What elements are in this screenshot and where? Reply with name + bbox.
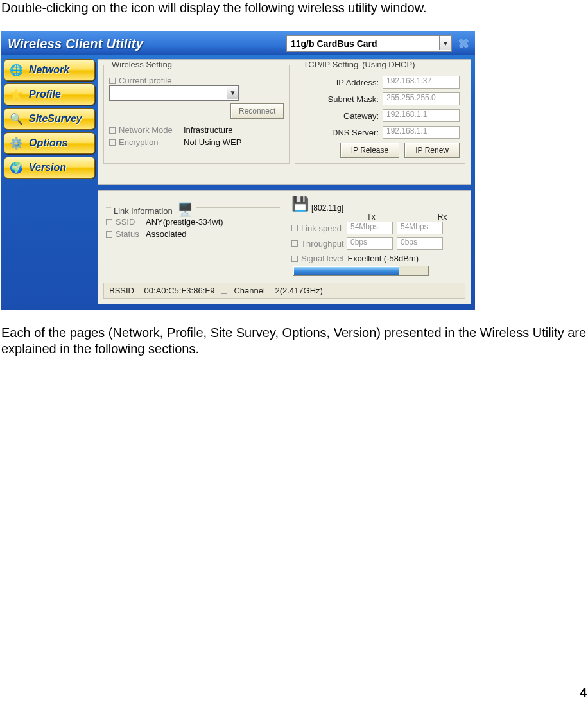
square-icon — [221, 288, 227, 294]
outro-text: Each of the pages (Network, Profile, Sit… — [1, 325, 587, 357]
network-mode-value: Infrastructure — [184, 125, 233, 135]
status-label: Status — [116, 229, 139, 239]
close-icon[interactable]: ✖ — [456, 36, 471, 51]
tx-header: Tx — [348, 213, 394, 222]
chevron-down-icon: ▼ — [227, 86, 238, 99]
encryption-label: Encryption — [119, 137, 158, 147]
sidebar-item-label: SiteSurvey — [29, 113, 82, 125]
signal-level-label: Signal level — [301, 254, 344, 263]
gear-icon: ⚙️ — [7, 134, 25, 152]
link-speed-label: Link speed — [301, 223, 342, 233]
signal-level-value: Excellent (-58dBm) — [348, 254, 419, 263]
status-bar: BSSID= 00:A0:C5:F3:86:F9 Channel= 2(2.41… — [103, 283, 465, 299]
signal-level-bar — [293, 266, 429, 276]
sidebar-item-profile[interactable]: ⭐ Profile — [4, 83, 95, 105]
throughput-rx: 0bps — [397, 237, 443, 250]
subnet-mask-label: Subnet Mask: — [328, 94, 379, 104]
current-profile-select[interactable]: ▼ — [109, 85, 239, 101]
sidebar-item-label: Profile — [29, 89, 61, 100]
sidebar-item-label: Options — [29, 137, 67, 149]
dns-server-value: 192.168.1.1 — [383, 126, 460, 139]
star-icon: ⭐ — [7, 85, 25, 103]
subnet-mask-value: 255.255.255.0 — [383, 92, 460, 105]
computer-icon: 🖥️ — [177, 202, 193, 216]
ip-renew-button[interactable]: IP Renew — [404, 143, 460, 158]
status-value: Associated — [146, 229, 187, 239]
mode-badge: [802.11g] — [311, 204, 343, 213]
page-number: 4 — [580, 686, 587, 701]
throughput-tx: 0bps — [347, 237, 393, 250]
sidebar-item-version[interactable]: 🌍 Version — [4, 157, 95, 179]
network-mode-label: Network Mode — [119, 125, 173, 135]
throughput-label: Throughput — [301, 239, 344, 249]
app-title: Wireless Client Utility — [8, 37, 143, 51]
group-legend: Link information 🖥️ — [111, 202, 196, 217]
sidebar-item-label: Network — [29, 64, 69, 76]
reconnect-button[interactable]: Reconnect — [230, 103, 284, 119]
dns-server-label: DNS Server: — [332, 128, 379, 137]
card-select-value: 11g/b CardBus Card — [291, 39, 377, 49]
tcpip-setting-group: TCP/IP Setting (Using DHCP) IP Address: … — [295, 65, 465, 164]
ip-address-label: IP Address: — [336, 78, 379, 87]
sidebar-item-sitesurvey[interactable]: 🔍 SiteSurvey — [4, 108, 95, 130]
rx-header: Rx — [419, 213, 465, 222]
bssid-label: BSSID= — [109, 286, 139, 295]
card-select[interactable]: 11g/b CardBus Card ▼ — [286, 35, 452, 52]
square-icon — [109, 78, 116, 84]
sidebar-item-options[interactable]: ⚙️ Options — [4, 132, 95, 154]
group-legend: Wireless Setting — [109, 60, 175, 69]
channel-label: Channel= — [234, 286, 270, 295]
titlebar: Wireless Client Utility 11g/b CardBus Ca… — [1, 31, 475, 55]
encryption-value: Not Using WEP — [184, 137, 241, 147]
globe-icon: 🌍 — [7, 159, 25, 177]
link-speed-rx: 54Mbps — [397, 222, 443, 234]
wireless-utility-window: Wireless Client Utility 11g/b CardBus Ca… — [1, 31, 475, 310]
globe-icon: 🌐 — [7, 61, 25, 79]
current-profile-label: Current profile — [119, 76, 171, 85]
ip-address-value: 192.168.1.37 — [383, 76, 460, 89]
gateway-value: 192.168.1.1 — [383, 109, 460, 122]
ssid-value: ANY(prestige-334wt) — [146, 217, 223, 227]
channel-value: 2(2.417GHz) — [275, 286, 322, 295]
gateway-label: Gateway: — [343, 111, 379, 121]
sidebar-item-network[interactable]: 🌐 Network — [4, 59, 95, 81]
wireless-setting-group: Wireless Setting Current profile ▼ Recon… — [103, 65, 290, 164]
ssid-label: SSID — [116, 217, 135, 227]
link-panel: Link information 🖥️ SSID ANY(prestige-33… — [98, 190, 471, 304]
search-icon: 🔍 — [7, 110, 25, 128]
network-panel: Wireless Setting Current profile ▼ Recon… — [98, 59, 471, 185]
bssid-value: 00:A0:C5:F3:86:F9 — [144, 286, 215, 295]
sidebar: 🌐 Network ⭐ Profile 🔍 SiteSurvey ⚙️ Opti… — [1, 55, 98, 185]
intro-text: Double-clicking on the icon will display… — [1, 0, 587, 15]
group-legend: TCP/IP Setting (Using DHCP) — [300, 60, 417, 69]
link-speed-tx: 54Mbps — [347, 222, 393, 234]
chevron-down-icon: ▼ — [439, 36, 451, 50]
sidebar-item-label: Version — [29, 162, 66, 173]
ip-release-button[interactable]: IP Release — [340, 143, 399, 158]
chip-icon: 💾 — [291, 196, 309, 213]
